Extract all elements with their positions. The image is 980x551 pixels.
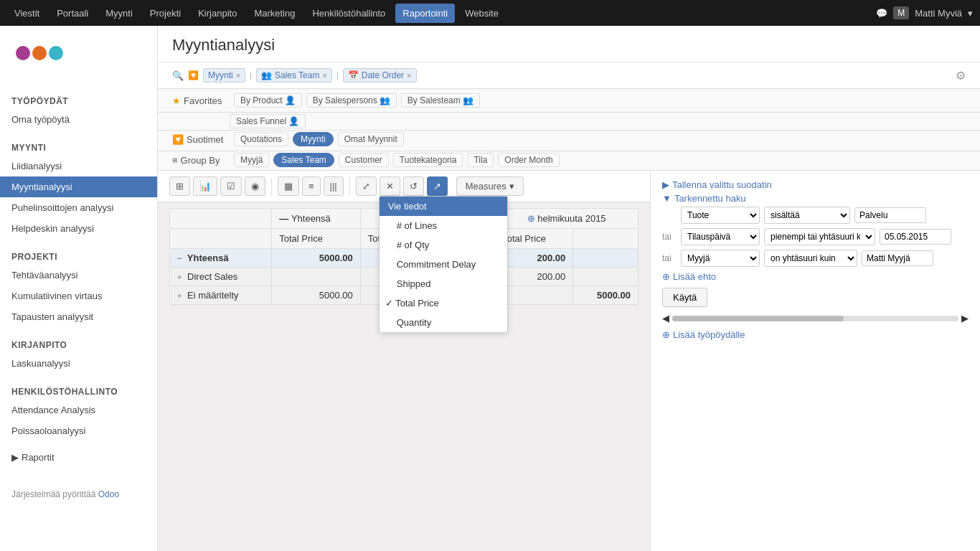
data-and-panel: ⊞ 📊 ☑ ◉ ▦ ≡ ||| ⤢ ✕ ↺ ↗: [158, 171, 980, 551]
scrollbar-row: ◀ ▶: [662, 313, 969, 324]
section-label-kirjanpito: Kirjanpito: [0, 333, 157, 353]
sidebar-item-helpdesk[interactable]: Helpdeskin analyysi: [0, 218, 157, 239]
dateorder-icon: 📅: [348, 70, 359, 80]
customer-btn[interactable]: Customer: [339, 153, 389, 167]
sidebar-item-oma-tyopoyta[interactable]: Oma työpöytä: [0, 109, 157, 130]
nav-website[interactable]: Website: [458, 4, 506, 23]
scroll-left-icon[interactable]: ◀: [662, 313, 669, 324]
sidebar-item-tapausten[interactable]: Tapausten analyysit: [0, 306, 157, 327]
settings-icon[interactable]: ⚙: [956, 69, 966, 83]
filter-tag-myynti[interactable]: Myynti ×: [203, 68, 245, 83]
svg-point-0: [16, 46, 30, 60]
user-name[interactable]: Matti Myviä: [915, 8, 962, 19]
sidebar-item-laskuanalyysi[interactable]: Laskuanalyysi: [0, 353, 157, 374]
filter-row3-value[interactable]: [862, 250, 933, 266]
expand-btn[interactable]: ⤢: [356, 176, 377, 196]
measure-delay[interactable]: Commitment Delay: [380, 255, 507, 274]
svg-point-2: [49, 46, 63, 60]
filter-tag-myynti-close[interactable]: ×: [236, 71, 240, 80]
measure-qty[interactable]: # of Qty: [380, 235, 507, 255]
filter-row1-field[interactable]: Tuote Asiakas Myyjä: [681, 207, 760, 224]
scrollbar-track[interactable]: [672, 316, 958, 321]
filter-row2-operator[interactable]: pienempi tai yhtäsuuri kuin suurempi kui…: [764, 228, 875, 245]
grid-view-btn[interactable]: ⊞: [169, 176, 190, 196]
check-view-btn[interactable]: ☑: [220, 176, 242, 196]
filter-row1-operator[interactable]: sisältää ei sisällä: [764, 207, 850, 224]
kanban-view-btn[interactable]: ▦: [278, 176, 299, 196]
nav-kirjanpito[interactable]: Kirjanpito: [191, 4, 244, 23]
filter-label: 🔽 Suotimet: [172, 134, 230, 145]
sidebar-item-raportit[interactable]: ▶ Raportit: [0, 447, 157, 468]
myyjä-btn[interactable]: Myyjä: [234, 153, 269, 167]
myynti-btn[interactable]: Myynti: [293, 132, 334, 146]
sidebar-footer-area: Järjestelmää pyörittää Odoo: [0, 482, 157, 511]
sales-funnel-btn[interactable]: Sales Funnel 👤: [230, 114, 306, 128]
filter-tag-dateorder-close[interactable]: ×: [407, 71, 411, 80]
expand-icon-eimaaritelty[interactable]: +: [177, 291, 182, 300]
nav-raportointi[interactable]: Raportointi: [395, 4, 455, 23]
measure-lines[interactable]: # of Lines: [380, 216, 507, 235]
chart-view-btn[interactable]: 📊: [193, 176, 217, 196]
nav-henkilostohallinto[interactable]: Henkilöstöhallinto: [305, 4, 392, 23]
filter-tag-salesteam-close[interactable]: ×: [322, 71, 326, 80]
apply-btn[interactable]: Käytä: [662, 288, 707, 307]
col-header-empty: [170, 209, 272, 229]
sidebar-item-poissaolo[interactable]: Poissaoloanalyysi: [0, 420, 157, 441]
section-label-hr: Henkilöstöhallinto: [0, 380, 157, 400]
save-filter-link[interactable]: ▶ Tallenna valittu suodatin: [662, 179, 969, 190]
salesteam-groupby-btn[interactable]: Sales Team: [273, 153, 334, 167]
expand-icon-yhteensa[interactable]: −: [177, 254, 182, 263]
add-desktop-link[interactable]: ⊕ Lisää työpöydälle: [662, 329, 969, 340]
filter-row3-operator[interactable]: on yhtäsuuri kuin ei ole: [764, 250, 857, 267]
nav-portaali[interactable]: Portaali: [50, 4, 95, 23]
filter-tag-salesteam[interactable]: 👥 Sales Team ×: [256, 68, 332, 83]
advanced-search-link[interactable]: ▼ Tarkennettu haku: [662, 193, 969, 204]
filter-row2-field[interactable]: Tilauspäivä Luontipäivä: [681, 228, 760, 245]
plus-icon: ⊕: [662, 271, 670, 282]
user-dropdown-icon[interactable]: ▾: [968, 8, 973, 19]
sidebar-item-kumulatiivinen[interactable]: Kumulatiivinen virtaus: [0, 286, 157, 306]
filter-row3-field[interactable]: Myyjä Asiakas: [681, 250, 760, 267]
top-navigation: Viestit Portaali Myynti Projekti Kirjanp…: [0, 0, 980, 26]
filter-tag-dateorder-label: Date Order: [362, 70, 404, 80]
nav-viestit[interactable]: Viestit: [7, 4, 47, 23]
by-salesteam-btn[interactable]: By Salesteam 👥: [401, 93, 480, 108]
measure-totalprice[interactable]: Total Price: [380, 293, 507, 313]
sidebar-item-puhelinsoittojen[interactable]: Puhelinsoittojen analyysi: [0, 197, 157, 218]
filter-row2-value[interactable]: [880, 229, 951, 245]
nav-myynti[interactable]: Myynti: [98, 4, 140, 23]
filter-tag-dateorder[interactable]: 📅 Date Order ×: [343, 68, 417, 83]
close-btn[interactable]: ✕: [380, 176, 400, 196]
by-product-icon: 👤: [285, 95, 296, 105]
by-product-btn[interactable]: By Product 👤: [234, 93, 302, 108]
measure-shipped[interactable]: Shipped: [380, 274, 507, 293]
pivot-view-btn[interactable]: ◉: [245, 176, 265, 196]
expand-icon-directsales[interactable]: +: [177, 273, 182, 281]
export-trigger-btn[interactable]: ↗: [427, 176, 448, 196]
scroll-right-icon[interactable]: ▶: [961, 313, 969, 324]
add-condition-link[interactable]: ⊕ Lisää ehto: [662, 271, 969, 282]
chat-icon[interactable]: 💬: [876, 8, 887, 19]
filter-row1-value[interactable]: [854, 207, 926, 223]
quotations-btn[interactable]: Quotations: [234, 132, 288, 146]
sidebar-item-myyntianalyysi[interactable]: Myyntianalyysi: [0, 176, 157, 197]
refresh-btn[interactable]: ↺: [403, 176, 424, 196]
star-icon: ★: [172, 95, 181, 106]
sidebar-item-tehtavaanalyysi[interactable]: Tehtäväanalyysi: [0, 265, 157, 286]
tuotekategoria-btn[interactable]: Tuotekategoria: [393, 153, 463, 167]
by-salespersons-btn[interactable]: By Salespersons 👥: [306, 93, 397, 108]
sidebar-item-liidianalyysi[interactable]: Liidianalyysi: [0, 156, 157, 176]
dropdown-export-label[interactable]: Vie tiedot: [380, 197, 507, 216]
nav-projekti[interactable]: Projekti: [143, 4, 188, 23]
sidebar-item-attendance[interactable]: Attendance Analysis: [0, 400, 157, 420]
tila-btn[interactable]: Tila: [467, 153, 494, 167]
list-view-btn[interactable]: ≡: [302, 176, 321, 196]
column-view-btn[interactable]: |||: [324, 176, 344, 196]
omat-btn[interactable]: Omat Myynnit: [338, 132, 404, 146]
measures-btn[interactable]: Measures ▾: [456, 176, 524, 196]
measure-quantity[interactable]: Quantity: [380, 313, 507, 332]
nav-marketing[interactable]: Marketing: [247, 4, 302, 23]
ordermonth-btn[interactable]: Order Month: [498, 153, 559, 167]
search-icon: 🔍: [172, 70, 184, 81]
col-header-yhteensa: — Yhteensä: [272, 209, 361, 229]
